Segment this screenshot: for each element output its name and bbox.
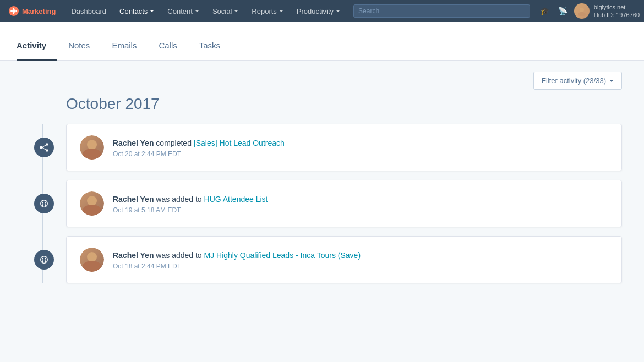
filter-label: Filter activity (23/33) bbox=[542, 76, 606, 85]
svg-point-15 bbox=[42, 204, 43, 206]
account-name: biglytics.net bbox=[594, 3, 640, 11]
workflow-icon bbox=[34, 138, 54, 157]
graduation-cap-icon[interactable]: 🎓 bbox=[538, 4, 552, 18]
hubspot-sprocket-icon bbox=[9, 6, 19, 16]
avatar bbox=[80, 248, 104, 272]
list-icon bbox=[34, 194, 54, 213]
svg-rect-3 bbox=[10, 10, 12, 12]
svg-point-0 bbox=[12, 9, 15, 13]
hub-id: Hub ID: 1976760 bbox=[594, 11, 640, 19]
svg-point-12 bbox=[41, 200, 48, 207]
activity-card: Rachel Yen completed [Sales] Hot Lead Ou… bbox=[66, 124, 622, 171]
nav-item-reports[interactable]: Reports bbox=[246, 0, 289, 22]
svg-rect-2 bbox=[13, 13, 14, 14]
svg-point-9 bbox=[46, 149, 48, 152]
activity-item: Rachel Yen was added to MJ Highly Qualif… bbox=[66, 236, 622, 283]
filter-bar: Filter activity (23/33) bbox=[0, 61, 644, 90]
logo-label: Marketing bbox=[22, 7, 56, 15]
marketing-logo[interactable]: Marketing bbox=[4, 6, 63, 16]
svg-line-10 bbox=[42, 145, 46, 148]
activity-item: Rachel Yen was added to HUG Attendee Lis… bbox=[66, 180, 622, 227]
svg-line-11 bbox=[42, 147, 46, 150]
tab-activity[interactable]: Activity bbox=[17, 32, 57, 61]
filter-chevron-icon bbox=[609, 80, 614, 82]
nav-item-contacts[interactable]: Contacts bbox=[114, 0, 160, 22]
list-icon bbox=[34, 250, 54, 270]
user-avatar[interactable] bbox=[574, 3, 590, 19]
timeline-container: October 2017 bbox=[0, 90, 644, 303]
svg-point-8 bbox=[46, 143, 48, 146]
search-container bbox=[353, 4, 530, 18]
main-content: Filter activity (23/33) October 2017 bbox=[0, 61, 644, 362]
svg-rect-1 bbox=[13, 8, 14, 9]
activity-timestamp: Oct 18 at 2:44 PM EDT bbox=[113, 262, 608, 270]
productivity-caret-icon bbox=[336, 10, 340, 12]
activity-link[interactable]: MJ Highly Qualified Leads - Inca Tours (… bbox=[204, 251, 361, 260]
month-header: October 2017 bbox=[66, 95, 622, 113]
activity-title: Rachel Yen was added to MJ Highly Qualif… bbox=[113, 250, 608, 261]
search-input[interactable] bbox=[353, 4, 530, 18]
person-name: Rachel Yen bbox=[113, 139, 154, 147]
activity-text: Rachel Yen was added to MJ Highly Qualif… bbox=[113, 250, 608, 270]
reports-caret-icon bbox=[279, 10, 283, 12]
top-navigation: Marketing Dashboard Contacts Content Soc… bbox=[0, 0, 644, 22]
contacts-caret-icon bbox=[150, 10, 154, 12]
activity-link[interactable]: [Sales] Hot Lead Outreach bbox=[194, 139, 285, 147]
activity-text: Rachel Yen was added to HUG Attendee Lis… bbox=[113, 194, 608, 214]
svg-rect-4 bbox=[15, 10, 17, 12]
activity-title: Rachel Yen was added to HUG Attendee Lis… bbox=[113, 194, 608, 205]
nav-item-social[interactable]: Social bbox=[207, 0, 244, 22]
svg-point-18 bbox=[42, 258, 43, 260]
svg-point-6 bbox=[578, 12, 586, 16]
avatar bbox=[80, 191, 104, 216]
svg-point-19 bbox=[45, 258, 46, 260]
tab-tasks[interactable]: Tasks bbox=[188, 32, 231, 61]
content-caret-icon bbox=[195, 10, 199, 12]
social-caret-icon bbox=[234, 10, 238, 12]
timeline-section: Rachel Yen completed [Sales] Hot Lead Ou… bbox=[22, 124, 622, 283]
svg-point-20 bbox=[42, 260, 43, 262]
nav-item-dashboard[interactable]: Dashboard bbox=[66, 0, 112, 22]
svg-point-13 bbox=[42, 202, 43, 204]
nav-right-actions: 🎓 📡 biglytics.net Hub ID: 1976760 bbox=[538, 3, 640, 19]
notifications-icon[interactable]: 📡 bbox=[556, 4, 570, 18]
nav-item-productivity[interactable]: Productivity bbox=[291, 0, 346, 22]
svg-point-21 bbox=[45, 260, 46, 262]
svg-point-7 bbox=[40, 146, 42, 149]
svg-point-5 bbox=[580, 8, 584, 12]
svg-point-16 bbox=[45, 204, 46, 206]
tab-emails[interactable]: Emails bbox=[101, 32, 148, 61]
filter-activity-button[interactable]: Filter activity (23/33) bbox=[533, 72, 622, 90]
person-name: Rachel Yen bbox=[113, 251, 154, 260]
activity-item: Rachel Yen completed [Sales] Hot Lead Ou… bbox=[66, 124, 622, 171]
nav-item-content[interactable]: Content bbox=[162, 0, 205, 22]
activity-card: Rachel Yen was added to MJ Highly Qualif… bbox=[66, 236, 622, 283]
svg-point-17 bbox=[41, 256, 48, 264]
avatar bbox=[80, 135, 104, 160]
account-info: biglytics.net Hub ID: 1976760 bbox=[594, 3, 640, 19]
activity-link[interactable]: HUG Attendee List bbox=[204, 195, 268, 204]
activity-timestamp: Oct 19 at 5:18 AM EDT bbox=[113, 206, 608, 214]
person-name: Rachel Yen bbox=[113, 195, 154, 204]
tabs-bar: Activity Notes Emails Calls Tasks bbox=[0, 22, 644, 61]
svg-point-14 bbox=[45, 202, 46, 204]
tab-notes[interactable]: Notes bbox=[57, 32, 101, 61]
activity-card: Rachel Yen was added to HUG Attendee Lis… bbox=[66, 180, 622, 227]
activity-title: Rachel Yen completed [Sales] Hot Lead Ou… bbox=[113, 138, 608, 149]
tab-calls[interactable]: Calls bbox=[148, 32, 188, 61]
activity-text: Rachel Yen completed [Sales] Hot Lead Ou… bbox=[113, 138, 608, 158]
activity-timestamp: Oct 20 at 2:44 PM EDT bbox=[113, 150, 608, 158]
